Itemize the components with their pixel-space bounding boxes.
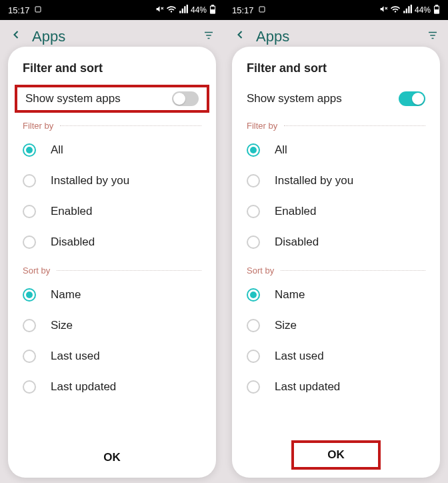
sort-option[interactable]: Size [232, 310, 440, 341]
battery-icon [433, 5, 440, 16]
filter-icon[interactable] [427, 28, 439, 45]
sort-by-header: Sort by [8, 258, 216, 280]
radio-icon [23, 143, 36, 157]
sort-option[interactable]: Name [232, 280, 440, 310]
radio-label: Enabled [51, 205, 92, 218]
radio-icon [247, 205, 260, 218]
sort-option[interactable]: Last updated [232, 372, 440, 402]
status-right: 44% [155, 5, 216, 16]
radio-icon [247, 350, 260, 363]
radio-icon [247, 288, 260, 302]
signal-icon [179, 5, 188, 16]
radio-label: Size [275, 319, 297, 332]
toggle-row: Show system apps [232, 85, 440, 113]
radio-label: All [275, 143, 287, 157]
radio-icon [23, 350, 36, 363]
filter-option[interactable]: Enabled [232, 196, 440, 227]
status-bar: 15:17 44% [224, 0, 448, 20]
sort-options: NameSizeLast usedLast updated [232, 280, 440, 402]
sort-by-header: Sort by [232, 258, 440, 280]
bg-page-title: Apps [32, 28, 65, 45]
filter-options: AllInstalled by youEnabledDisabled [232, 135, 440, 258]
filter-sort-sheet: Filter and sort Show system apps Filter … [8, 47, 216, 478]
mute-icon [379, 5, 388, 15]
radio-icon [23, 205, 36, 218]
ok-button[interactable]: OK [8, 439, 216, 478]
status-bar: 15:17 44% [0, 0, 224, 20]
status-time: 15:17 [232, 5, 254, 15]
sort-option[interactable]: Name [8, 280, 216, 310]
back-icon[interactable] [9, 28, 23, 45]
svg-rect-13 [436, 5, 438, 5]
radio-label: Installed by you [51, 174, 129, 187]
mute-icon [155, 5, 164, 15]
radio-icon [247, 380, 260, 394]
filter-option[interactable]: All [232, 135, 440, 165]
filter-by-header: Filter by [8, 113, 216, 135]
radio-label: Last used [51, 350, 100, 363]
phone-right: 15:17 44% Apps Filter and sort Show syst… [224, 0, 448, 483]
svg-rect-0 [35, 7, 41, 12]
sort-option[interactable]: Last updated [8, 372, 216, 402]
radio-icon [23, 288, 36, 302]
status-time: 15:17 [8, 5, 30, 15]
radio-label: Disabled [275, 235, 319, 249]
filter-option[interactable]: Installed by you [232, 165, 440, 196]
radio-label: Enabled [275, 205, 316, 218]
radio-icon [23, 235, 36, 249]
radio-icon [23, 319, 36, 332]
phone-left: 15:17 44% Apps Filter and sort Show syst… [0, 0, 224, 483]
filter-icon[interactable] [203, 28, 215, 45]
show-system-apps-toggle[interactable] [399, 91, 425, 106]
radio-label: Disabled [51, 235, 95, 249]
show-system-apps-toggle[interactable] [172, 91, 199, 106]
radio-label: Name [275, 288, 305, 302]
sheet-title: Filter and sort [8, 61, 216, 85]
battery-icon [209, 5, 216, 16]
filter-option[interactable]: Disabled [232, 227, 440, 258]
battery-text: 44% [191, 5, 207, 15]
sort-options: NameSizeLast usedLast updated [8, 280, 216, 402]
filter-option[interactable]: All [8, 135, 216, 165]
svg-rect-5 [211, 9, 215, 13]
back-icon[interactable] [233, 28, 247, 45]
toggle-label: Show system apps [247, 92, 342, 105]
filter-options: AllInstalled by youEnabledDisabled [8, 135, 216, 258]
radio-icon [247, 143, 260, 157]
radio-icon [247, 235, 260, 249]
recent-app-icon [34, 5, 42, 15]
wifi-icon [391, 5, 400, 16]
toggle-label: Show system apps [25, 92, 121, 105]
recent-app-icon [258, 5, 266, 15]
radio-label: Size [51, 319, 73, 332]
radio-icon [23, 174, 36, 187]
radio-label: Last used [275, 350, 324, 363]
radio-icon [247, 319, 260, 332]
sheet-title: Filter and sort [232, 61, 440, 85]
svg-rect-9 [259, 7, 265, 12]
radio-icon [247, 174, 260, 187]
sort-option[interactable]: Size [8, 310, 216, 341]
radio-icon [23, 380, 36, 394]
radio-label: Installed by you [275, 174, 353, 187]
filter-by-header: Filter by [232, 113, 440, 135]
radio-label: All [51, 143, 63, 157]
filter-option[interactable]: Installed by you [8, 165, 216, 196]
signal-icon [403, 5, 412, 16]
svg-rect-14 [435, 9, 439, 13]
radio-label: Last updated [51, 380, 116, 394]
radio-label: Name [51, 288, 81, 302]
filter-option[interactable]: Disabled [8, 227, 216, 258]
sort-option[interactable]: Last used [8, 341, 216, 372]
highlight-toggle-row: Show system apps [15, 85, 209, 113]
battery-text: 44% [415, 5, 431, 15]
bg-page-title: Apps [256, 28, 289, 45]
radio-label: Last updated [275, 380, 340, 394]
ok-button-wrapper: OK [232, 436, 440, 478]
ok-button[interactable]: OK [291, 440, 381, 470]
svg-rect-4 [212, 5, 214, 5]
sort-option[interactable]: Last used [232, 341, 440, 372]
status-right: 44% [379, 5, 440, 16]
wifi-icon [167, 5, 176, 16]
filter-option[interactable]: Enabled [8, 196, 216, 227]
